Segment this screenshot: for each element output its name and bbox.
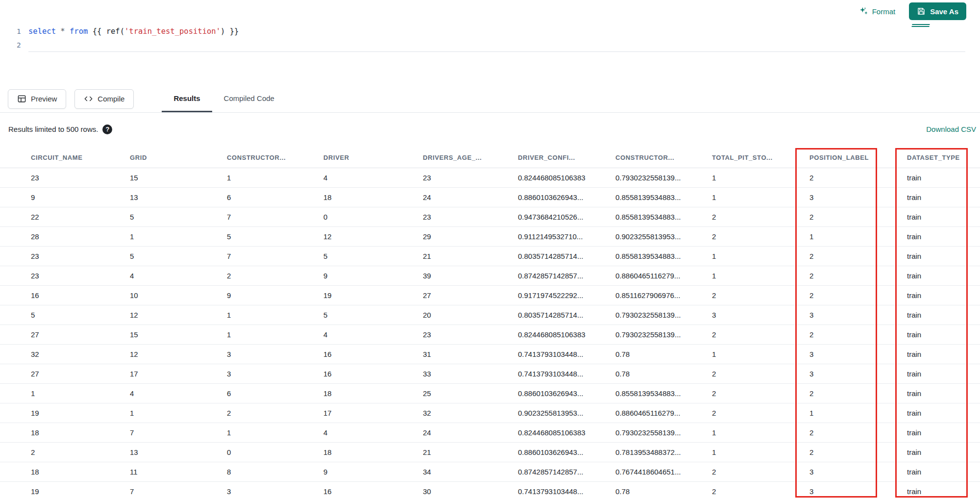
table-cell: 0.9473684210526... [518, 207, 615, 226]
table-cell: 32 [0, 344, 130, 364]
table-cell: 18 [323, 442, 423, 462]
table-row: 231514230.8244680851063830.7930232558139… [0, 168, 980, 187]
table-cell: 0.824468085106383 [518, 168, 615, 187]
table-cell: train [907, 364, 980, 383]
code-token: ) }} [220, 27, 239, 36]
table-cell: 0.78 [615, 344, 712, 364]
tab-results[interactable]: Results [162, 85, 212, 112]
table-cell: 27 [423, 285, 518, 305]
table-cell: 5 [323, 305, 423, 325]
column-header: DRIVER [323, 148, 423, 168]
preview-button[interactable]: Preview [8, 89, 66, 109]
table-cell: 7 [227, 246, 323, 266]
table-cell: 23 [0, 246, 130, 266]
table-cell: 18 [0, 462, 130, 481]
table-cell: 1 [809, 226, 907, 246]
code-line-2[interactable]: 2 [0, 38, 980, 52]
table-cell: 17 [130, 364, 227, 383]
help-icon[interactable]: ? [102, 125, 112, 134]
code-line-1[interactable]: 1 select * from {{ ref('train_test_posit… [0, 25, 980, 38]
column-header: DATASET_TYPE [907, 148, 980, 168]
table-cell: 5 [130, 246, 227, 266]
table-cell: 17 [323, 403, 423, 423]
table-cell: train [907, 462, 980, 481]
editor-buttons: Preview Compile [8, 85, 134, 112]
table-cell: 16 [0, 285, 130, 305]
table-cell: 21 [423, 246, 518, 266]
table-cell: 0.7930232558139... [615, 168, 712, 187]
table-cell: train [907, 305, 980, 325]
table-cell: 30 [423, 481, 518, 500]
table-cell: 2 [809, 266, 907, 285]
tab-compiled-code[interactable]: Compiled Code [212, 85, 286, 112]
table-cell: 3 [809, 462, 907, 481]
table-cell: train [907, 285, 980, 305]
table-cell: 21 [423, 442, 518, 462]
column-header: TOTAL_PIT_STO... [712, 148, 809, 168]
compile-button[interactable]: Compile [74, 89, 134, 109]
table-row: 213018210.8860103626943...0.781395348837… [0, 442, 980, 462]
table-cell: 0.8511627906976... [615, 285, 712, 305]
table-cell: 3 [809, 187, 907, 207]
table-cell: 0.8860465116279... [615, 266, 712, 285]
table-cell: 2 [712, 285, 809, 305]
table-cell: 25 [423, 383, 518, 403]
table-cell: 0.7930232558139... [615, 423, 712, 442]
table-cell: 0.8558139534883... [615, 207, 712, 226]
table-cell: 3 [227, 344, 323, 364]
download-csv-link[interactable]: Download CSV [926, 125, 976, 133]
table-cell: 1 [227, 168, 323, 187]
table-cell: train [907, 325, 980, 344]
table-cell: 2 [809, 423, 907, 442]
table-cell: 4 [323, 168, 423, 187]
table-cell: 0.8035714285714... [518, 305, 615, 325]
table-cell: 19 [0, 403, 130, 423]
table-cell: 2 [809, 168, 907, 187]
table-cell: 11 [130, 462, 227, 481]
table-cell: 1 [0, 383, 130, 403]
table-cell: 20 [423, 305, 518, 325]
code-token [65, 27, 70, 36]
table-cell: 18 [323, 187, 423, 207]
table-cell: 0.8742857142857... [518, 462, 615, 481]
save-as-button[interactable]: Save As [909, 2, 966, 20]
table-cell: 8 [227, 462, 323, 481]
table-cell: 1 [712, 187, 809, 207]
results-table-container: CIRCUIT_NAMEGRIDCONSTRUCTOR...DRIVERDRIV… [0, 148, 980, 500]
table-cell: 32 [423, 403, 518, 423]
table-cell: 3 [809, 344, 907, 364]
table-cell: 2 [809, 207, 907, 226]
table-cell: 2 [809, 442, 907, 462]
table-cell: train [907, 442, 980, 462]
table-row: 3212316310.7413793103448...0.7813train [0, 344, 980, 364]
code-content[interactable]: select * from {{ ref('train_test_positio… [28, 27, 980, 36]
table-cell: 18 [323, 383, 423, 403]
table-cell: 10 [130, 285, 227, 305]
table-cell: 4 [130, 266, 227, 285]
table-cell: 0.8742857142857... [518, 266, 615, 285]
results-tabs: Results Compiled Code [162, 85, 286, 112]
table-cell: 31 [423, 344, 518, 364]
table-cell: 16 [323, 364, 423, 383]
table-cell: 2 [712, 403, 809, 423]
table-cell: 1 [809, 403, 907, 423]
table-cell: 15 [130, 325, 227, 344]
results-info-bar: Results limited to 500 rows. ? Download … [0, 113, 980, 146]
table-cell: 1 [227, 423, 323, 442]
table-cell: 2 [712, 364, 809, 383]
table-cell: 13 [130, 442, 227, 462]
format-button[interactable]: Format [858, 6, 896, 16]
table-cell: 0.8860103626943... [518, 442, 615, 462]
table-cell: 2 [809, 383, 907, 403]
table-row: 913618240.8860103626943...0.855813953488… [0, 187, 980, 207]
table-cell: 0.8035714285714... [518, 246, 615, 266]
table-cell: 2 [712, 325, 809, 344]
table-row: 18714240.8244680851063830.7930232558139.… [0, 423, 980, 442]
sql-editor[interactable]: 1 select * from {{ ref('train_test_posit… [0, 23, 980, 85]
column-header: CIRCUIT_NAME [0, 148, 130, 168]
table-cell: 9 [323, 266, 423, 285]
table-cell: 0.7674418604651... [615, 462, 712, 481]
empty-code-line[interactable] [28, 38, 965, 52]
table-grid-icon [17, 94, 26, 103]
table-cell: 1 [130, 226, 227, 246]
